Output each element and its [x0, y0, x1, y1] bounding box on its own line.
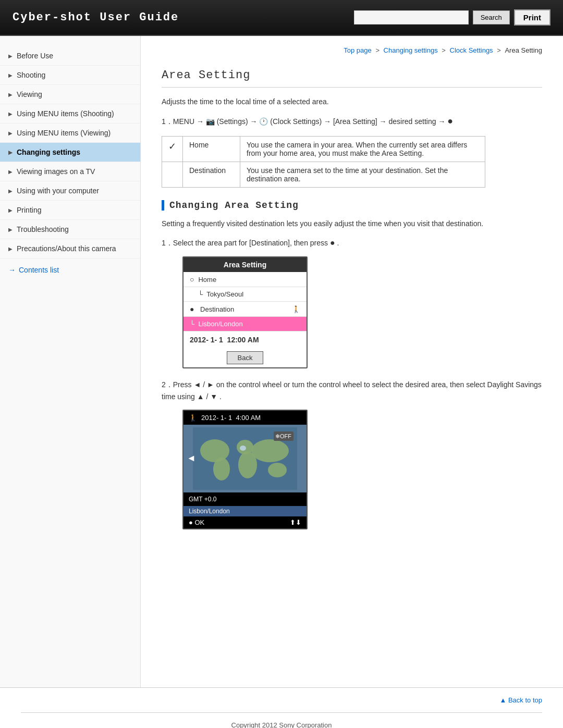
- print-button[interactable]: Print: [514, 9, 550, 26]
- svg-point-2: [213, 458, 230, 480]
- sidebar-item-changing-settings[interactable]: ▶ Changing settings: [0, 143, 140, 162]
- page-footer: Back to top Copyright 2012 Sony Corporat…: [0, 687, 563, 728]
- camera-lisbon-label: └ Lisbon/London: [190, 320, 243, 328]
- svg-text:❄OFF: ❄OFF: [275, 433, 291, 439]
- sidebar-label-printing: Printing: [17, 206, 41, 214]
- copyright-text: Copyright 2012 Sony Corporation: [21, 721, 542, 728]
- step1-select-bullet: ●: [330, 238, 335, 247]
- arrow-icon-5: →: [438, 117, 447, 126]
- arrow-icon-3: →: [324, 117, 333, 126]
- step1-select-period: .: [337, 239, 339, 247]
- table-cell-dest-desc: You use the camera set to the time at yo…: [240, 162, 485, 188]
- sidebar-label-before-use: Before Use: [17, 52, 53, 60]
- chevron-right-icon: ▶: [8, 92, 13, 97]
- intro-text: Adjusts the time to the local time of a …: [162, 96, 542, 107]
- sidebar-item-precautions[interactable]: ▶ Precautions/About this camera: [0, 239, 140, 258]
- camera-row-tokyo: └ Tokyo/Seoul: [183, 287, 307, 302]
- step1-desired-text: desired setting: [388, 117, 436, 126]
- camera-row-home-radio: ○ Home: [183, 272, 307, 287]
- camera-back-button[interactable]: Back: [227, 351, 264, 364]
- sidebar-label-precautions: Precautions/About this camera: [17, 244, 116, 253]
- sidebar-item-before-use[interactable]: ▶ Before Use: [0, 46, 140, 66]
- step1-settings-text: (Settings): [217, 117, 248, 126]
- clock-icon: 🕐: [259, 117, 268, 126]
- arrow-icon-2: →: [250, 117, 260, 126]
- camera-time-display: 2012- 1- 1 12:00 AM: [183, 331, 307, 348]
- breadcrumb-sep1: >: [375, 46, 381, 54]
- svg-point-7: [240, 446, 246, 451]
- sidebar-item-viewing[interactable]: ▶ Viewing: [0, 85, 140, 104]
- chevron-right-icon: ▶: [8, 246, 13, 252]
- chevron-right-icon: ▶: [8, 227, 13, 232]
- map-header-time: 2012- 1- 1 4:00 AM: [201, 414, 261, 422]
- walking-icon: 🚶: [292, 305, 300, 313]
- breadcrumb-sep2: >: [442, 46, 447, 54]
- sidebar-item-shooting[interactable]: ▶ Shooting: [0, 66, 140, 85]
- camera-screen-2: 🚶 2012- 1- 1 4:00 AM ◄: [182, 410, 308, 529]
- page-title: Area Setting: [162, 69, 542, 88]
- step1-area-text: [Area Setting]: [333, 117, 377, 126]
- breadcrumb-clock-settings[interactable]: Clock Settings: [450, 46, 493, 54]
- contents-list-label: Contents list: [19, 266, 59, 274]
- chevron-right-icon: ▶: [8, 111, 13, 117]
- map-ok-label: ● OK: [189, 519, 204, 526]
- sidebar-label-troubleshooting: Troubleshooting: [17, 225, 69, 233]
- content-area: Top page > Changing settings > Clock Set…: [141, 36, 563, 687]
- contents-list-link[interactable]: → Contents list: [0, 258, 140, 281]
- section2-heading: Changing Area Setting: [162, 200, 542, 211]
- sidebar-label-shooting: Shooting: [17, 71, 45, 79]
- svg-point-5: [251, 439, 289, 462]
- sidebar-item-menu-shooting[interactable]: ▶ Using MENU items (Shooting): [0, 104, 140, 124]
- sidebar-item-troubleshooting[interactable]: ▶ Troubleshooting: [0, 220, 140, 239]
- back-to-top-link[interactable]: Back to top: [499, 696, 542, 704]
- sidebar-label-using-computer: Using with your computer: [17, 187, 99, 195]
- step2-text: 2．Press ◄ / ► on the control wheel or tu…: [162, 380, 542, 400]
- breadcrumb-sep3: >: [497, 46, 503, 54]
- map-location-bar: Lisbon/London: [183, 506, 307, 516]
- table-row: ✓ Home You use the camera in your area. …: [162, 137, 485, 162]
- breadcrumb-toppage[interactable]: Top page: [344, 46, 372, 54]
- walking-icon-2: 🚶: [189, 414, 197, 422]
- main-layout: ▶ Before Use ▶ Shooting ▶ Viewing ▶ Usin…: [0, 36, 563, 687]
- table-cell-dest-icon: [162, 162, 183, 188]
- search-button[interactable]: Search: [473, 10, 510, 24]
- sidebar-item-viewing-tv[interactable]: ▶ Viewing images on a TV: [0, 162, 140, 181]
- arrow-icon-1: →: [197, 117, 206, 126]
- chevron-right-icon: ▶: [8, 188, 13, 194]
- sidebar-label-menu-viewing: Using MENU items (Viewing): [17, 129, 111, 137]
- map-header: 🚶 2012- 1- 1 4:00 AM: [183, 411, 307, 425]
- sidebar-label-viewing-tv: Viewing images on a TV: [17, 167, 95, 176]
- camera-screen-1-title: Area Setting: [183, 257, 307, 272]
- breadcrumb-changing-settings[interactable]: Changing settings: [384, 46, 438, 54]
- chevron-right-icon: ▶: [8, 169, 13, 175]
- chevron-right-icon: ▶: [8, 207, 13, 213]
- camera-row-destination: ● Destination 🚶: [183, 302, 307, 317]
- arrow-right-icon: →: [8, 266, 16, 274]
- chevron-right-icon: ▶: [8, 53, 13, 59]
- sidebar-label-menu-shooting: Using MENU items (Shooting): [17, 109, 114, 118]
- table-cell-home-label: Home: [183, 137, 240, 162]
- sidebar-label-viewing: Viewing: [17, 90, 42, 98]
- map-gmt-row: GMT +0.0: [189, 495, 301, 504]
- world-map-svg: ❄OFF: [193, 427, 297, 490]
- map-body: ◄: [183, 425, 307, 492]
- sidebar: ▶ Before Use ▶ Shooting ▶ Viewing ▶ Usin…: [0, 36, 141, 687]
- table-row: Destination You use the camera set to th…: [162, 162, 485, 188]
- camera-dest-label: Destination: [200, 305, 234, 313]
- step1-menu-instruction: 1．MENU → 📷 (Settings) → 🕐 (Clock Setting…: [162, 114, 542, 129]
- map-gmt-label: GMT +0.0: [189, 496, 216, 503]
- chevron-right-icon: ▶: [8, 130, 13, 136]
- breadcrumb-current: Area Setting: [505, 46, 542, 54]
- sidebar-item-menu-viewing[interactable]: ▶ Using MENU items (Viewing): [0, 124, 140, 143]
- chevron-right-icon: ▶: [8, 150, 13, 155]
- radio-home-icon: ○: [190, 275, 194, 283]
- sidebar-item-printing[interactable]: ▶ Printing: [0, 201, 140, 220]
- sidebar-item-using-computer[interactable]: ▶ Using with your computer: [0, 181, 140, 201]
- map-controls: ● OK ⬆⬇: [183, 516, 307, 528]
- camera-row-lisbon: └ Lisbon/London: [183, 317, 307, 331]
- table-cell-home-desc: You use the camera in your area. When th…: [240, 137, 485, 162]
- search-input[interactable]: [354, 10, 469, 24]
- map-left-arrow-icon: ◄: [187, 453, 196, 464]
- header: Cyber-shot User Guide Search Print: [0, 0, 563, 36]
- step1-select-instruction: 1．Select the area part for [Destination]…: [162, 236, 542, 250]
